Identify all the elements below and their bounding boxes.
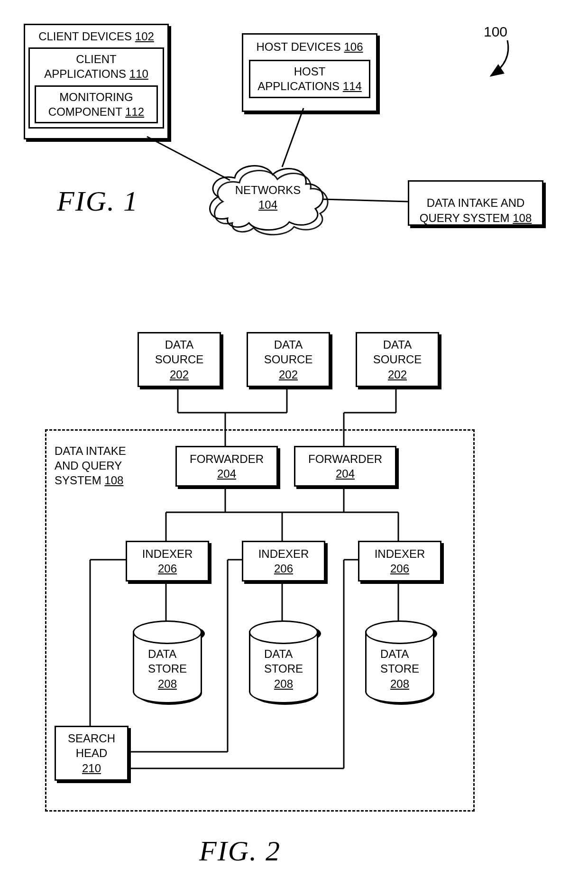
indexer-3: INDEXER206: [358, 541, 441, 582]
indexer-2: INDEXER206: [242, 541, 325, 582]
client-applications-box: CLIENT APPLICATIONS 110 MONITORING COMPO…: [28, 47, 164, 129]
indexer-1: INDEXER206: [126, 541, 209, 582]
host-devices-box: HOST DEVICES 106 HOST APPLICATIONS 114: [242, 33, 377, 112]
ref-100: 100: [484, 24, 507, 40]
fig2-label: FIG. 2: [199, 835, 281, 868]
diq-container-label: DATA INTAKE AND QUERY SYSTEM 108: [55, 443, 140, 488]
networks-label: NETWORKS104: [232, 183, 303, 212]
data-store-3: DATA STORE 208: [365, 631, 434, 703]
client-devices-title: CLIENT DEVICES 102: [38, 29, 154, 44]
data-source-2: DATA SOURCE202: [247, 332, 330, 387]
client-devices-box: CLIENT DEVICES 102 CLIENT APPLICATIONS 1…: [24, 24, 169, 139]
data-store-1: DATA STORE 208: [133, 631, 202, 703]
svg-line-3: [322, 199, 408, 202]
diq-box: DATA INTAKE AND QUERY SYSTEM 108: [408, 180, 543, 226]
host-devices-title: HOST DEVICES 106: [257, 39, 363, 54]
monitoring-component-box: MONITORING COMPONENT 112: [35, 85, 158, 123]
fig1-label: FIG. 1: [57, 185, 138, 218]
svg-line-2: [282, 108, 303, 167]
diagram-canvas: 100 CLIENT DEVICES 102 CLIENT APPLICATIO…: [9, 9, 579, 887]
data-store-2: DATA STORE 208: [249, 631, 318, 703]
host-applications-box: HOST APPLICATIONS 114: [249, 60, 370, 98]
search-head-box: SEARCH HEAD210: [55, 726, 129, 781]
data-source-1: DATA SOURCE202: [138, 332, 221, 387]
client-apps-title: CLIENT APPLICATIONS 110: [35, 52, 158, 81]
forwarder-1: FORWARDER204: [175, 446, 278, 487]
arrow-100: [484, 38, 522, 81]
diq-title: DATA INTAKE AND QUERY SYSTEM 108: [420, 181, 532, 225]
data-source-3: DATA SOURCE202: [356, 332, 439, 387]
svg-line-1: [147, 137, 230, 180]
forwarder-2: FORWARDER204: [294, 446, 396, 487]
